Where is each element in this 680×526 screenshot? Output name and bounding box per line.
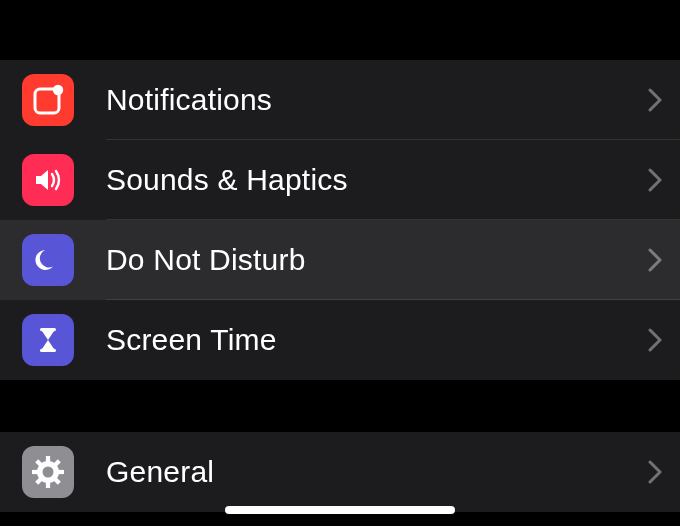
chevron-right-icon xyxy=(648,248,662,272)
settings-list: Notifications Sounds & Haptics xyxy=(0,0,680,512)
row-general[interactable]: General xyxy=(0,432,680,512)
svg-point-1 xyxy=(53,85,63,95)
home-indicator[interactable] xyxy=(225,506,455,514)
settings-group-2: General xyxy=(0,432,680,512)
row-notifications[interactable]: Notifications xyxy=(0,60,680,140)
chevron-right-icon xyxy=(648,88,662,112)
chevron-right-icon xyxy=(648,328,662,352)
row-label: Notifications xyxy=(106,83,648,117)
sounds-icon xyxy=(22,154,74,206)
row-screen-time[interactable]: Screen Time xyxy=(0,300,680,380)
svg-point-13 xyxy=(43,467,54,478)
row-label: Sounds & Haptics xyxy=(106,163,648,197)
svg-rect-3 xyxy=(40,349,56,352)
notifications-icon xyxy=(22,74,74,126)
chevron-right-icon xyxy=(648,168,662,192)
row-label: Screen Time xyxy=(106,323,648,357)
moon-icon xyxy=(22,234,74,286)
hourglass-icon xyxy=(22,314,74,366)
section-gap xyxy=(0,380,680,432)
row-label: General xyxy=(106,455,648,489)
row-label: Do Not Disturb xyxy=(106,243,648,277)
gear-icon xyxy=(22,446,74,498)
settings-group-1: Notifications Sounds & Haptics xyxy=(0,60,680,380)
svg-rect-2 xyxy=(40,328,56,331)
row-do-not-disturb[interactable]: Do Not Disturb xyxy=(0,220,680,300)
chevron-right-icon xyxy=(648,460,662,484)
section-gap xyxy=(0,0,680,60)
row-sounds-haptics[interactable]: Sounds & Haptics xyxy=(0,140,680,220)
